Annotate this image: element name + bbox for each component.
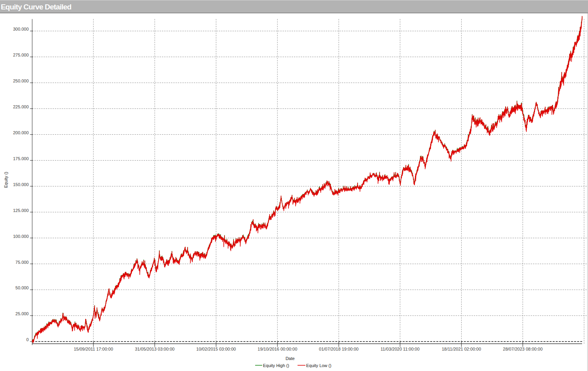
svg-text:15/09/2011 17:00:00: 15/09/2011 17:00:00 (74, 347, 113, 351)
svg-text:10/02/2015 03:00:00: 10/02/2015 03:00:00 (196, 347, 236, 351)
svg-text:150.000: 150.000 (13, 182, 29, 187)
svg-text:28/07/2023 08:00:00: 28/07/2023 08:00:00 (503, 347, 542, 351)
svg-text:250.000: 250.000 (13, 79, 29, 83)
svg-text:175.000: 175.000 (13, 156, 29, 161)
svg-text:18/11/2021 02:00:00: 18/11/2021 02:00:00 (442, 347, 481, 351)
svg-text:200.000: 200.000 (13, 130, 29, 135)
svg-text:75.000: 75.000 (15, 260, 29, 265)
svg-text:Equity High (): Equity High () (263, 363, 289, 368)
svg-text:Equity (): Equity () (4, 172, 8, 188)
svg-text:Date: Date (285, 356, 294, 361)
svg-text:50.000: 50.000 (15, 285, 29, 290)
svg-text:31/05/2013 03:00:00: 31/05/2013 03:00:00 (135, 347, 175, 351)
svg-text:125.000: 125.000 (13, 208, 29, 213)
svg-text:Equity Low (): Equity Low () (306, 363, 331, 368)
svg-text:01/07/2018 19:00:00: 01/07/2018 19:00:00 (319, 347, 359, 351)
svg-text:11/03/2020 11:00:00: 11/03/2020 11:00:00 (381, 347, 420, 351)
svg-text:19/10/2016 00:00:00: 19/10/2016 00:00:00 (257, 347, 297, 351)
svg-text:300.000: 300.000 (13, 27, 29, 31)
svg-text:100.000: 100.000 (13, 234, 29, 239)
svg-text:225.000: 225.000 (13, 104, 29, 109)
svg-text:25.000: 25.000 (15, 311, 29, 316)
svg-text:275.000: 275.000 (13, 53, 29, 57)
svg-text:0: 0 (26, 337, 29, 342)
